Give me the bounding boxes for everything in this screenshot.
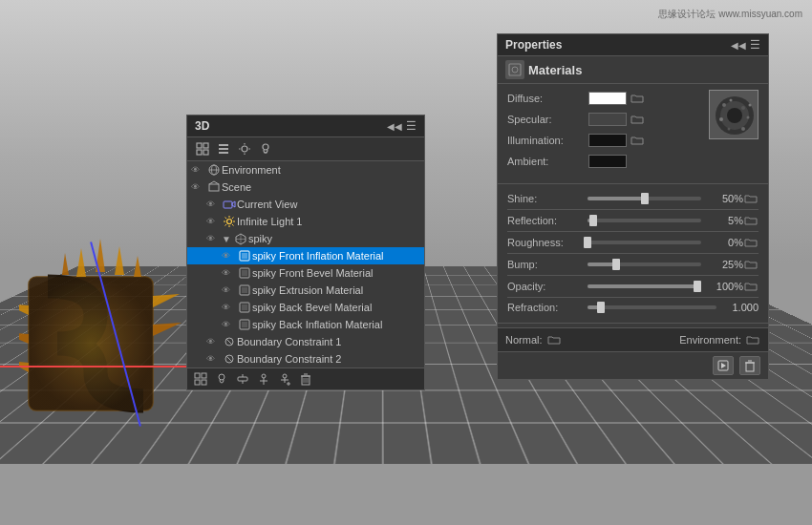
eye-spiky[interactable]: 👁 — [206, 234, 222, 243]
shine-slider[interactable] — [588, 197, 701, 200]
panel-properties: Properties ◀◀ ☰ Materials — [497, 33, 769, 380]
tree-item-spiky-front-inflation[interactable]: 👁 spiky Front Inflation Material — [187, 247, 424, 264]
bump-folder[interactable] — [743, 258, 759, 271]
normal-folder[interactable] — [546, 332, 562, 347]
svg-marker-10 — [153, 323, 182, 336]
eye-spiky-back-bevel[interactable]: 👁 — [222, 303, 237, 312]
tree-item-spiky-extrusion[interactable]: 👁 spiky Extrusion Material — [187, 282, 424, 299]
toolbar-light-icon[interactable] — [237, 141, 252, 157]
refraction-label: Refraction: — [507, 302, 584, 313]
material-icon-5 — [237, 318, 252, 331]
divider-roughness — [507, 253, 759, 254]
environment-folder[interactable] — [745, 332, 760, 347]
svg-line-57 — [226, 356, 232, 362]
tree-item-current-view[interactable]: 👁 Current View — [187, 196, 424, 213]
eye-scene[interactable]: 👁 — [191, 182, 206, 192]
props-tab-materials[interactable]: Materials — [498, 56, 768, 84]
render-button[interactable] — [713, 356, 734, 375]
tree-item-boundary-1[interactable]: 👁 Boundary Constraint 1 — [187, 333, 424, 350]
svg-rect-12 — [197, 143, 202, 148]
ambient-color[interactable] — [588, 155, 627, 168]
svg-rect-30 — [224, 201, 232, 208]
panel-3d-collapse[interactable]: ◀◀ — [387, 121, 402, 132]
material-icon-2 — [237, 266, 252, 280]
tree-container: 👁 Environment 👁 Scene 👁 Current View 👁 — [187, 161, 424, 368]
eye-current-view[interactable]: 👁 — [206, 200, 222, 209]
svg-marker-5 — [134, 256, 141, 277]
watermark: 思缘设计论坛 www.missyuan.com — [658, 8, 802, 21]
refraction-slider[interactable] — [588, 305, 716, 309]
toolbar-list-icon[interactable] — [216, 141, 231, 157]
3d-object — [19, 220, 210, 430]
svg-rect-60 — [195, 380, 200, 385]
reflection-folder[interactable] — [743, 214, 759, 227]
footer-move-icon[interactable] — [235, 371, 250, 387]
tree-item-environment[interactable]: 👁 Environment — [187, 161, 424, 178]
eye-spiky-back-inflation[interactable]: 👁 — [222, 320, 237, 329]
diffuse-section: Diffuse: Specular: Illumination: Ambient… — [498, 84, 768, 179]
props-bottom-row: Normal: Environment: — [498, 327, 768, 351]
eye-environment[interactable]: 👁 — [191, 165, 206, 175]
toolbar-grid-icon[interactable] — [195, 141, 210, 157]
opacity-folder[interactable] — [743, 280, 759, 293]
spiky-extrusion-label: spiky Extrusion Material — [252, 284, 420, 296]
panel-3d-menu[interactable]: ☰ — [406, 119, 417, 133]
footer-addanchor-icon[interactable] — [277, 371, 292, 387]
eye-spiky-front-bevel[interactable]: 👁 — [222, 268, 237, 278]
svg-rect-96 — [746, 363, 754, 371]
svg-point-92 — [741, 127, 745, 131]
reflection-slider[interactable] — [588, 219, 701, 222]
toolbar-bulb-icon[interactable] — [258, 141, 273, 157]
svg-marker-1 — [76, 248, 86, 277]
svg-rect-53 — [242, 322, 247, 327]
roughness-folder[interactable] — [743, 236, 759, 249]
eye-boundary-2[interactable]: 👁 — [206, 354, 222, 364]
props-title: Properties — [505, 38, 562, 52]
panel-3d-title: 3D — [195, 119, 209, 133]
svg-rect-14 — [197, 150, 202, 155]
tree-item-spiky-back-inflation[interactable]: 👁 spiky Back Inflation Material — [187, 316, 424, 333]
tree-item-infinite-light[interactable]: 👁 Infinite Light 1 — [187, 213, 424, 230]
eye-infinite-light[interactable]: 👁 — [206, 217, 222, 226]
panel-3d-controls: ◀◀ ☰ — [387, 119, 417, 133]
tree-item-scene[interactable]: 👁 Scene — [187, 178, 424, 196]
spiky-back-bevel-label: spiky Back Bevel Material — [252, 302, 420, 313]
specular-color[interactable] — [588, 113, 627, 126]
svg-marker-7 — [19, 332, 29, 344]
footer-grid-icon[interactable] — [193, 371, 208, 387]
opacity-slider[interactable] — [588, 284, 701, 288]
props-collapse[interactable]: ◀◀ — [731, 40, 746, 51]
eye-spiky-front-inflation[interactable]: 👁 — [222, 251, 237, 261]
diffuse-color[interactable] — [588, 92, 627, 105]
shine-folder[interactable] — [743, 192, 759, 205]
shine-label: Shine: — [507, 193, 584, 204]
svg-line-55 — [226, 339, 232, 345]
expand-spiky[interactable]: ▼ — [222, 234, 231, 244]
illumination-color[interactable] — [588, 134, 627, 147]
panel-3d-header: 3D ◀◀ ☰ — [187, 116, 424, 137]
props-menu[interactable]: ☰ — [750, 38, 760, 52]
roughness-row: Roughness: 0% — [507, 236, 759, 249]
opacity-row: Opacity: 100% — [507, 280, 759, 293]
tree-item-spiky-back-bevel[interactable]: 👁 spiky Back Bevel Material — [187, 299, 424, 316]
tree-item-spiky-front-bevel[interactable]: 👁 spiky Front Bevel Material — [187, 264, 424, 282]
footer-bulb-icon[interactable] — [214, 371, 229, 387]
delete-button[interactable] — [739, 356, 760, 375]
tree-item-boundary-2[interactable]: 👁 Boundary Constraint 2 — [187, 350, 424, 368]
tree-item-spiky[interactable]: 👁 ▼ spiky — [187, 230, 424, 247]
footer-trash-icon[interactable] — [298, 371, 313, 387]
bump-slider[interactable] — [588, 262, 701, 266]
svg-point-69 — [283, 374, 287, 378]
divider-1 — [498, 183, 768, 184]
roughness-slider[interactable] — [588, 241, 701, 244]
diffuse-folder[interactable] — [630, 91, 645, 106]
footer-anchor-icon[interactable] — [256, 371, 271, 387]
eye-spiky-extrusion[interactable]: 👁 — [222, 285, 237, 295]
spiky-front-inflation-label: spiky Front Inflation Material — [252, 250, 420, 262]
svg-point-90 — [719, 117, 723, 121]
illumination-folder[interactable] — [630, 133, 645, 148]
specular-folder[interactable] — [630, 112, 645, 127]
spiky-front-bevel-label: spiky Front Bevel Material — [252, 267, 420, 279]
ambient-row: Ambient: — [507, 153, 759, 170]
eye-boundary-1[interactable]: 👁 — [206, 337, 222, 346]
